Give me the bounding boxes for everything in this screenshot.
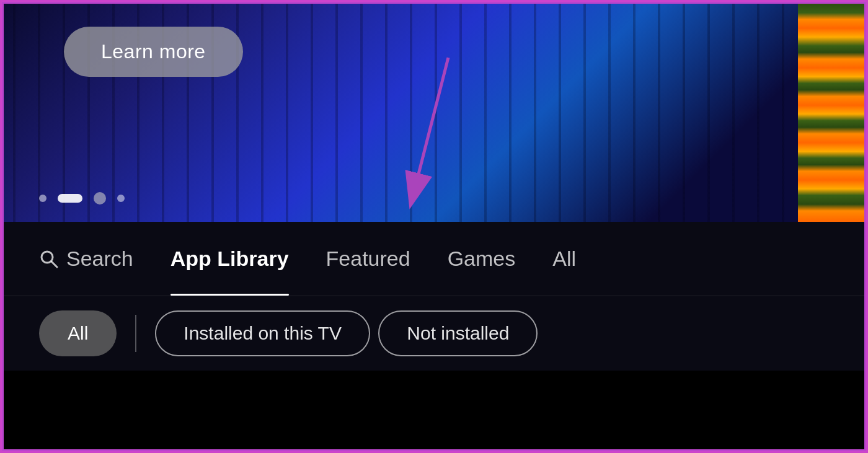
carousel-dot-3: [94, 192, 106, 205]
tab-all-label: All: [552, 247, 576, 271]
search-icon: [39, 249, 59, 269]
carousel-dot-4: [117, 195, 125, 202]
tab-featured-label: Featured: [326, 247, 410, 271]
filter-all-button[interactable]: All: [39, 310, 117, 356]
tab-games[interactable]: Games: [448, 222, 516, 296]
filter-not-installed-button[interactable]: Not installed: [378, 310, 538, 356]
filter-section: All Installed on this TV Not installed: [2, 296, 866, 371]
nav-tabs-container: Search App Library Featured Games All: [39, 222, 576, 296]
tab-all[interactable]: All: [552, 222, 576, 296]
filter-installed-button[interactable]: Installed on this TV: [155, 310, 370, 356]
carousel-dot-2-active: [58, 194, 82, 203]
floral-garland: [798, 2, 866, 222]
tab-search-label: Search: [66, 247, 133, 271]
tab-app-library[interactable]: App Library: [170, 222, 289, 296]
learn-more-button[interactable]: Learn more: [64, 27, 243, 77]
tab-games-label: Games: [448, 247, 516, 271]
tab-featured[interactable]: Featured: [326, 222, 410, 296]
filter-divider: [135, 315, 136, 352]
carousel-dot-1: [39, 195, 46, 202]
hero-section: Learn more: [2, 2, 866, 222]
carousel-dots: [39, 192, 125, 205]
nav-tabs-bar: Search App Library Featured Games All: [2, 222, 866, 296]
tab-search[interactable]: Search: [39, 222, 133, 296]
svg-line-3: [51, 262, 57, 267]
tab-app-library-label: App Library: [170, 247, 289, 271]
